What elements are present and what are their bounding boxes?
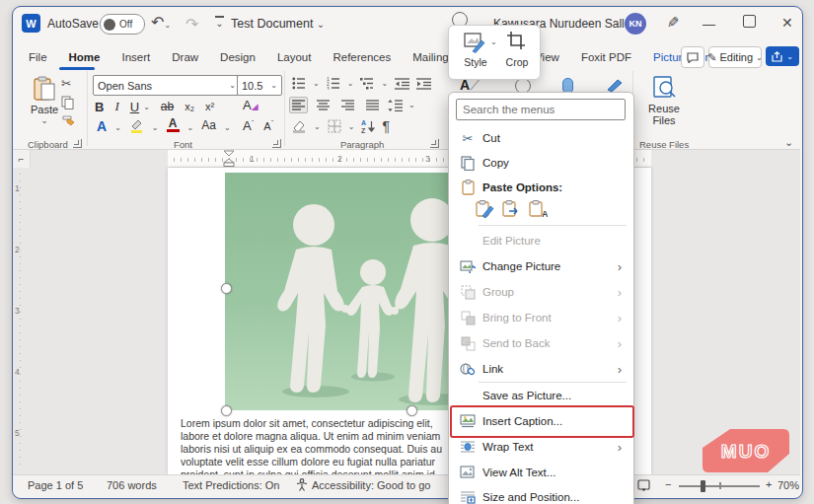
- selection-handle-bottom-middle[interactable]: [407, 405, 417, 416]
- mini-style-button[interactable]: ⌄ Style: [457, 32, 494, 68]
- share-button[interactable]: ⌄: [766, 46, 799, 66]
- font-name-select[interactable]: Open Sans⌄: [93, 75, 241, 96]
- menu-search-input[interactable]: [456, 99, 626, 120]
- font-color-button[interactable]: A: [167, 118, 180, 132]
- menu-item-change-picture[interactable]: Change Picture ›: [453, 253, 629, 279]
- comments-button[interactable]: [681, 46, 704, 68]
- multilevel-list-button[interactable]: [360, 77, 374, 90]
- mini-crop-button[interactable]: Crop: [500, 32, 534, 68]
- align-center-button[interactable]: [314, 97, 333, 113]
- shading-button[interactable]: [292, 119, 307, 133]
- menu-item-cut[interactable]: ✂ Cut: [453, 125, 629, 151]
- status-accessibility[interactable]: Accessibility: Good to go: [312, 479, 430, 491]
- justify-button[interactable]: [363, 97, 382, 113]
- menu-item-view-alt-text[interactable]: View Alt Text...: [453, 460, 629, 485]
- zoom-in-button[interactable]: +: [766, 478, 772, 490]
- paste-keep-text-only-button[interactable]: A: [528, 199, 548, 219]
- tab-layout[interactable]: Layout: [266, 45, 323, 69]
- tab-home[interactable]: Home: [58, 45, 111, 69]
- copy-button[interactable]: [61, 96, 74, 109]
- multilevel-chevron-icon[interactable]: ⌄: [381, 79, 388, 88]
- vertical-ruler[interactable]: [20, 174, 21, 469]
- font-size-select[interactable]: 10.5⌄: [237, 75, 282, 96]
- minimize-button[interactable]: —: [703, 18, 715, 31]
- maximize-button[interactable]: [743, 15, 756, 28]
- tab-references[interactable]: References: [322, 45, 402, 69]
- cut-button[interactable]: ✂: [61, 78, 71, 91]
- line-spacing-button[interactable]: [388, 100, 403, 111]
- paste-merge-formatting-button[interactable]: [501, 199, 521, 219]
- underline-chevron-icon[interactable]: ⌄: [143, 103, 150, 111]
- increase-indent-button[interactable]: [416, 78, 431, 90]
- line-spacing-chevron-icon[interactable]: ⌄: [408, 101, 415, 109]
- grow-font-button[interactable]: Aˆ: [243, 118, 254, 133]
- highlight-chevron-icon[interactable]: ⌄: [152, 123, 159, 132]
- quick-access-toolbar-button[interactable]: ⌄: [215, 14, 224, 29]
- avatar[interactable]: KN: [625, 13, 646, 35]
- tab-file[interactable]: File: [18, 45, 58, 69]
- shrink-font-button[interactable]: Aˇ: [263, 118, 273, 133]
- numbering-chevron-icon[interactable]: ⌄: [347, 79, 354, 88]
- paste-keep-formatting-button[interactable]: [475, 199, 494, 219]
- borders-chevron-icon[interactable]: ⌄: [348, 122, 355, 131]
- collapse-ribbon-chevron-icon[interactable]: ⌄: [784, 136, 793, 149]
- format-painter-button[interactable]: [61, 114, 75, 128]
- tab-foxit-pdf[interactable]: Foxit PDF: [570, 45, 642, 69]
- indent-markers[interactable]: [223, 150, 235, 167]
- font-dialog-launcher[interactable]: [272, 139, 281, 148]
- subscript-button[interactable]: x₂: [185, 101, 194, 112]
- text-effects-chevron-icon[interactable]: ⌄: [114, 123, 121, 132]
- sort-button[interactable]: AZ: [361, 119, 375, 133]
- decrease-indent-button[interactable]: [395, 78, 409, 90]
- pen-tool-icon[interactable]: ✎: [667, 15, 680, 30]
- tab-design[interactable]: Design: [209, 45, 266, 69]
- borders-button[interactable]: [328, 119, 341, 133]
- close-button[interactable]: ✕: [781, 16, 793, 30]
- align-left-button[interactable]: [289, 97, 308, 113]
- clipboard-dialog-launcher[interactable]: [73, 139, 82, 148]
- bullets-button[interactable]: [292, 77, 306, 90]
- menu-item-save-as-picture[interactable]: Save as Picture...: [453, 383, 629, 408]
- status-page[interactable]: Page 1 of 5: [28, 479, 83, 491]
- menu-item-wrap-text[interactable]: Wrap Text ›: [453, 434, 629, 460]
- bold-button[interactable]: B: [95, 100, 104, 114]
- change-case-button[interactable]: Aa: [201, 118, 216, 132]
- zoom-slider-thumb[interactable]: [701, 480, 705, 492]
- menu-item-copy[interactable]: Copy: [453, 150, 629, 176]
- menu-item-size-and-position[interactable]: Size and Position...: [453, 484, 629, 504]
- status-predictions[interactable]: Text Predictions: On: [183, 479, 279, 491]
- align-right-button[interactable]: [338, 97, 357, 113]
- menu-item-insert-caption[interactable]: Insert Caption...: [453, 408, 629, 434]
- clear-formatting-button[interactable]: A◢: [243, 98, 259, 112]
- tab-insert[interactable]: Insert: [111, 45, 161, 69]
- strikethrough-button[interactable]: ab: [161, 100, 174, 113]
- change-case-chevron-icon[interactable]: ⌄: [224, 123, 231, 132]
- selection-handle-left[interactable]: [221, 283, 232, 294]
- editing-mode-button[interactable]: ✎ Editing ⌄: [708, 46, 762, 68]
- underline-button[interactable]: U: [130, 100, 139, 114]
- shading-chevron-icon[interactable]: ⌄: [314, 122, 321, 131]
- zoom-level[interactable]: 70%: [777, 479, 799, 491]
- focus-mode-icon[interactable]: [637, 479, 650, 491]
- status-words[interactable]: 706 words: [107, 479, 157, 491]
- menu-item-link[interactable]: Link ›: [453, 356, 629, 382]
- selection-handle-bottom-left[interactable]: [221, 405, 232, 416]
- text-effects-button[interactable]: A: [97, 118, 107, 134]
- tab-draw[interactable]: Draw: [161, 45, 209, 69]
- paste-button[interactable]: Paste ⌄: [28, 76, 61, 133]
- tab-stop-selector[interactable]: ⌐: [13, 150, 31, 168]
- bullets-chevron-icon[interactable]: ⌄: [313, 79, 320, 88]
- redo-button[interactable]: ↷: [185, 15, 198, 34]
- pilcrow-button[interactable]: ¶: [382, 118, 390, 134]
- numbering-button[interactable]: 123: [327, 77, 340, 90]
- superscript-button[interactable]: x²: [205, 101, 214, 112]
- undo-button[interactable]: ↶⌄: [151, 15, 171, 31]
- reuse-files-button[interactable]: Reuse Files: [641, 75, 687, 126]
- italic-button[interactable]: I: [114, 99, 118, 114]
- document-title[interactable]: Test Document ⌄: [231, 17, 325, 31]
- highlight-button[interactable]: [129, 118, 144, 133]
- font-color-chevron-icon[interactable]: ⌄: [187, 123, 194, 132]
- zoom-out-button[interactable]: −: [665, 478, 671, 490]
- autosave-toggle[interactable]: Off: [100, 14, 145, 35]
- paragraph-dialog-launcher[interactable]: [430, 139, 439, 148]
